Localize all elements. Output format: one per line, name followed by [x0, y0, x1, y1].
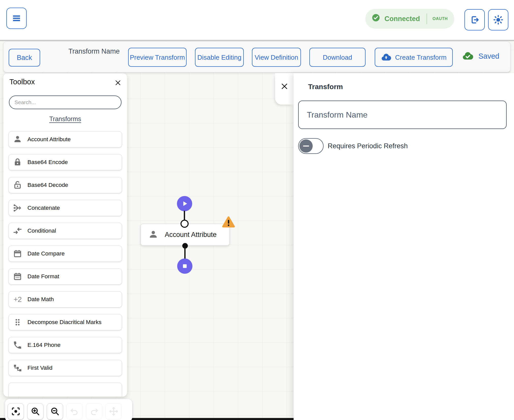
toolbox-item-label: Conditional	[27, 228, 56, 234]
toolbox-item-label: Date Compare	[27, 250, 65, 257]
toolbox-item-concatenate[interactable]: Concatenate	[8, 200, 122, 216]
toolbox-panel: Toolbox Transforms Account AttributeBase…	[3, 73, 127, 397]
toolbox-item-label: Base64 Decode	[27, 182, 68, 188]
auth-method-label: OAUTH	[433, 17, 448, 21]
toolbox-item-label: Account Attribute	[27, 136, 71, 143]
toolbox-item-label: Date Math	[27, 296, 54, 303]
transform-title: Transform Name	[65, 46, 124, 57]
toolbox-item-conditional[interactable]: Conditional	[8, 223, 122, 239]
hamburger-icon	[11, 13, 22, 24]
node-input-port[interactable]	[180, 220, 189, 228]
canvas-controls	[5, 399, 132, 420]
calendar-dots-icon	[13, 272, 22, 281]
toolbox-item-base64-decode[interactable]: Base64 Decode	[8, 177, 122, 193]
toolbox-item-base64-encode[interactable]: Base64 Encode	[8, 154, 122, 170]
person-icon	[13, 135, 22, 144]
toolbox-item-label: First Valid	[27, 365, 52, 371]
save-status: Saved	[461, 50, 499, 62]
theme-toggle-button[interactable]	[488, 9, 508, 30]
toolbox-item-label: Date Format	[27, 273, 59, 280]
zoom-in-icon	[30, 406, 40, 416]
create-transform-button[interactable]: Create Transform	[375, 48, 453, 67]
toolbox-item-date-math[interactable]: +2Date Math	[8, 291, 122, 308]
edge-node-to-stop	[184, 248, 186, 259]
lock-open-icon	[13, 180, 22, 190]
toolbox-item-label: Base64 Encode	[27, 159, 68, 166]
toolbox-list: Account AttributeBase64 EncodeBase64 Dec…	[8, 131, 122, 397]
node-label: Account Attribute	[165, 231, 217, 239]
transform-toolbar: Back Transform Name Preview Transform Di…	[3, 41, 510, 72]
calendar-icon	[13, 249, 22, 259]
transform-name-input[interactable]	[298, 101, 507, 129]
flow-start-node[interactable]	[177, 196, 192, 211]
redo-button	[86, 403, 102, 419]
back-button[interactable]: Back	[9, 49, 40, 67]
toolbox-section-transforms[interactable]: Transforms	[3, 115, 127, 123]
properties-close-button[interactable]	[280, 82, 289, 90]
merge-icon	[13, 203, 22, 213]
periodic-refresh-toggle[interactable]	[298, 138, 324, 154]
tree-icon	[13, 363, 22, 373]
focus-icon	[11, 406, 21, 416]
zoom-out-icon	[50, 406, 60, 416]
toolbox-item-date-format[interactable]: Date Format	[8, 268, 122, 285]
toolbox-item-account-attribute[interactable]: Account Attribute	[8, 131, 122, 148]
person-icon	[148, 229, 159, 240]
badge-divider	[427, 13, 427, 24]
connection-status-badge: Connected OAUTH	[365, 9, 454, 29]
toolbox-item-date-compare[interactable]: Date Compare	[8, 246, 122, 262]
flow-stop-node[interactable]	[177, 259, 192, 274]
undo-button	[66, 403, 83, 419]
properties-panel-title: Transform	[308, 83, 343, 91]
view-definition-button[interactable]: View Definition	[252, 48, 301, 67]
node-warning-icon[interactable]	[222, 216, 235, 229]
download-button[interactable]: Download	[309, 48, 366, 67]
toolbox-search-input[interactable]	[9, 95, 122, 109]
redo-icon	[89, 406, 99, 416]
pan-icon	[109, 406, 119, 416]
toolbox-item-e-164-phone[interactable]: E.164 Phone	[8, 337, 122, 353]
top-bar: Connected OAUTH	[0, 0, 514, 40]
logout-icon	[469, 14, 480, 25]
toggle-knob	[299, 139, 313, 153]
cloud-check-icon	[461, 50, 474, 62]
play-icon	[180, 199, 189, 208]
sun-icon	[493, 14, 504, 25]
toolbox-item-label: E.164 Phone	[27, 342, 61, 348]
toolbox-item-label: Decompose Diacritical Marks	[27, 319, 101, 326]
zoom-in-button[interactable]	[27, 403, 43, 419]
stop-icon	[180, 261, 190, 271]
toolbox-item-clipped[interactable]	[8, 383, 122, 397]
preview-transform-button[interactable]: Preview Transform	[128, 48, 187, 67]
cloud-upload-icon	[381, 52, 391, 63]
plus-two-icon: +2	[13, 295, 22, 304]
toolbox-item-label: Concatenate	[27, 205, 60, 211]
toolbox-title: Toolbox	[9, 78, 35, 86]
menu-button[interactable]	[6, 8, 27, 29]
undo-icon	[69, 406, 80, 416]
periodic-refresh-label: Requires Periodic Refresh	[328, 142, 408, 150]
swap-arrows-icon	[13, 226, 22, 236]
node-output-port[interactable]	[182, 243, 188, 249]
check-circle-icon	[372, 14, 380, 24]
properties-panel-tab	[275, 73, 294, 105]
dots-grid-icon	[13, 317, 22, 327]
edge-start-to-node	[184, 211, 185, 220]
pan-button	[105, 403, 122, 419]
properties-panel: Transform Requires Periodic Refresh	[294, 73, 514, 420]
logout-button[interactable]	[464, 9, 485, 30]
focus-button[interactable]	[8, 403, 24, 419]
toolbox-close-button[interactable]	[114, 79, 122, 86]
create-transform-label: Create Transform	[395, 53, 446, 61]
zoom-out-button[interactable]	[47, 403, 63, 419]
connection-status-label: Connected	[385, 15, 420, 23]
minus-icon	[303, 146, 309, 147]
lock-icon	[13, 157, 22, 167]
warning-icon	[222, 216, 235, 229]
close-icon	[280, 82, 289, 90]
save-status-label: Saved	[478, 52, 499, 60]
disable-editing-button[interactable]: Disable Editing	[195, 48, 244, 67]
close-icon	[114, 79, 122, 86]
toolbox-item-decompose-diacritical-marks[interactable]: Decompose Diacritical Marks	[8, 314, 122, 330]
toolbox-item-first-valid[interactable]: First Valid	[8, 360, 122, 376]
